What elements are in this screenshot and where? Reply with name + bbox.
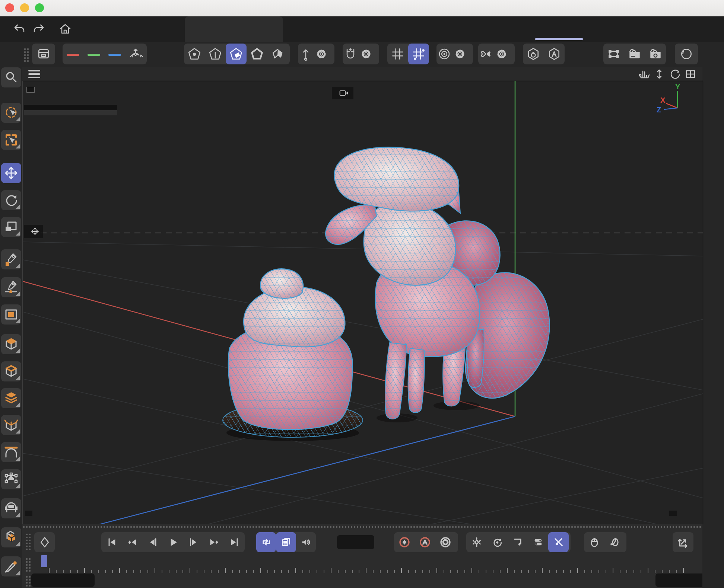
render-range-button[interactable] (276, 532, 296, 552)
move-updown-icon[interactable] (653, 69, 665, 79)
sketch-spline-tool[interactable] (1, 277, 21, 297)
polygon-mode-button[interactable] (226, 44, 247, 64)
render-settings-button[interactable] (645, 44, 666, 64)
open-cube-tool[interactable] (1, 415, 21, 435)
save-button[interactable] (32, 44, 55, 64)
next-frame-button[interactable] (183, 532, 204, 552)
next-key-button[interactable] (204, 532, 224, 552)
previous-key-button[interactable] (122, 532, 142, 552)
go-to-end-button[interactable] (224, 532, 245, 552)
play-button[interactable] (163, 532, 183, 552)
key-position-button[interactable] (466, 532, 487, 552)
render-picture-viewer-button[interactable] (624, 44, 645, 64)
symmetry-settings-button[interactable] (494, 44, 509, 64)
bridge-tool[interactable] (1, 442, 21, 462)
rectangle-primitive-tool[interactable] (1, 304, 21, 325)
model-mode-button[interactable] (247, 44, 267, 64)
render-view-button[interactable] (603, 44, 624, 64)
subdivide-tool[interactable] (1, 388, 21, 408)
coordinate-system-button[interactable] (125, 44, 146, 64)
scale-tool[interactable] (1, 217, 21, 237)
workplane-snap-button[interactable] (408, 44, 429, 64)
hexagon-auto-button[interactable] (544, 44, 565, 64)
knife-tool[interactable] (1, 556, 21, 576)
snap-magnet-icon (344, 47, 357, 61)
grid-snap-button[interactable] (387, 44, 408, 64)
axis-gizmo: Y X Z (657, 83, 680, 114)
gizmo-y-label: Y (675, 83, 680, 91)
target-button[interactable] (436, 44, 452, 64)
transport-grip[interactable] (25, 533, 31, 552)
volume-tool[interactable] (1, 527, 21, 547)
keyframe-button[interactable] (34, 532, 55, 552)
texture-mode-button[interactable] (267, 44, 288, 64)
hexagon-group (523, 44, 565, 64)
record-keyframe-button[interactable] (394, 532, 415, 552)
inner-extrude-tool[interactable] (1, 361, 21, 381)
axis-lock-x[interactable] (63, 44, 83, 64)
viewport-3d[interactable]: Y X Z (22, 81, 703, 524)
render-sphere-button[interactable] (675, 44, 698, 64)
timeline-drag-handle[interactable] (22, 525, 702, 528)
soft-selection-tool[interactable] (1, 469, 21, 489)
sound-button[interactable] (296, 532, 316, 552)
inner-extrude-icon (3, 364, 19, 379)
redo-icon[interactable] (32, 23, 45, 35)
key-scale-button[interactable] (507, 532, 528, 552)
point-mode-button[interactable] (184, 44, 205, 64)
undo-icon[interactable] (13, 23, 26, 35)
axis-modify-settings-button[interactable] (314, 44, 329, 64)
keying-settings-button[interactable] (435, 532, 455, 552)
rectangle-selection-tool[interactable] (1, 130, 21, 150)
extrude-tool[interactable] (1, 334, 21, 354)
pen-spline-tool[interactable] (1, 249, 21, 269)
cake-model[interactable] (223, 269, 363, 437)
brush-tool[interactable] (1, 498, 21, 518)
snap-settings-button[interactable] (358, 44, 374, 64)
pen-icon (3, 252, 19, 267)
timeline-ruler[interactable] (32, 556, 67, 563)
loop-button[interactable] (256, 532, 276, 552)
maximize-view-icon[interactable] (685, 69, 696, 79)
view-label[interactable] (26, 87, 35, 93)
axis-modify-button[interactable] (298, 44, 314, 64)
zoom-window-button[interactable] (35, 3, 44, 12)
move-tool[interactable] (1, 163, 21, 183)
workplane-snap-icon (412, 47, 426, 61)
edge-mode-button[interactable] (205, 44, 226, 64)
hud-polygons-label (24, 110, 69, 115)
fcurve-button[interactable] (673, 532, 693, 552)
minimize-window-button[interactable] (20, 3, 29, 12)
symmetry-button[interactable] (478, 44, 494, 64)
target-settings-button[interactable] (452, 44, 468, 64)
target-icon (438, 47, 451, 61)
key-parameter-button[interactable] (528, 532, 548, 552)
search-tool[interactable] (1, 67, 21, 87)
ruler-grip[interactable] (25, 557, 31, 572)
snap-toggle-button[interactable] (343, 44, 358, 64)
pony-model[interactable] (326, 147, 549, 419)
autokey-button[interactable] (415, 532, 435, 552)
home-icon[interactable] (59, 23, 72, 35)
axis-lock-z[interactable] (104, 44, 125, 64)
current-frame-field[interactable] (337, 535, 374, 549)
axis-lock-y[interactable] (83, 44, 104, 64)
no-keying-button[interactable] (548, 532, 569, 552)
key-rotation-button[interactable] (487, 532, 507, 552)
viewport-hamburger-icon[interactable] (28, 69, 41, 79)
orbit-icon[interactable] (669, 69, 681, 79)
live-selection-tool[interactable] (1, 103, 21, 123)
close-window-button[interactable] (5, 3, 14, 12)
mouse-record-button[interactable] (584, 532, 604, 552)
range-grip[interactable] (25, 575, 31, 587)
render-clapper-icon (628, 47, 642, 61)
range-start-field[interactable] (31, 573, 95, 587)
rotate-tool[interactable] (1, 190, 21, 210)
pan-hand-icon[interactable] (638, 69, 650, 79)
go-to-start-button[interactable] (101, 532, 122, 552)
toolbar-drag-grip[interactable] (23, 48, 30, 62)
camera-label[interactable] (332, 87, 353, 99)
previous-frame-button[interactable] (142, 532, 163, 552)
mouse-orbit-button[interactable] (604, 532, 625, 552)
hexagon-dot-button[interactable] (523, 44, 544, 64)
